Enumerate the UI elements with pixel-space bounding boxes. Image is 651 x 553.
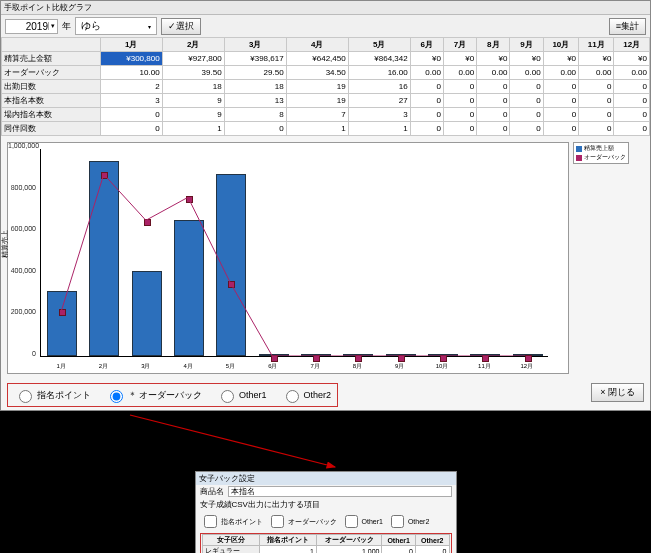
chart-legend: 精算売上額 オーダーバック	[573, 142, 629, 164]
back-settings-dialog: 女子バック設定 商品名 女子成績CSV出力に出力する項目 指名ポイントオーダーバ…	[195, 471, 457, 553]
year-spinner[interactable]: ▾	[5, 19, 58, 34]
csv-check-3[interactable]: Other2	[387, 512, 429, 531]
csv-check-2[interactable]: Other1	[341, 512, 383, 531]
year-dropdown-icon[interactable]: ▾	[48, 22, 57, 30]
window-title: 手取ポイント比較グラフ	[1, 1, 650, 15]
year-suffix: 年	[62, 20, 71, 33]
csv-check-0[interactable]: 指名ポイント	[200, 512, 263, 531]
data-grid[interactable]: 1月2月3月4月5月6月7月8月9月10月11月12月精算売上金額¥300,80…	[1, 37, 650, 136]
product-input[interactable]	[228, 486, 452, 497]
rate-table[interactable]: 女子区分指名ポイントオーダーバックOther1Other2レギュラー11,000…	[202, 534, 450, 553]
y-axis-label: 精算売上	[0, 230, 10, 258]
csv-output-label: 女子成績CSV出力に出力する項目	[196, 498, 456, 511]
radio-other2[interactable]: Other2	[281, 387, 332, 403]
year-input[interactable]	[6, 20, 48, 33]
radio-shimei[interactable]: 指名ポイント	[14, 387, 91, 403]
dialog-title: 女子バック設定	[196, 472, 456, 485]
close-button[interactable]: × 閉じる	[591, 383, 644, 402]
chart: 精算売上 0200,000400,000600,000800,0001,000,…	[7, 142, 569, 374]
radio-orderback[interactable]: ＊オーダーバック	[105, 387, 202, 403]
product-label: 商品名	[200, 486, 224, 497]
staff-select[interactable]: ゆら ▾	[75, 17, 157, 35]
series-radio-group: 指名ポイント ＊オーダーバック Other1 Other2	[7, 383, 338, 407]
aggregate-button[interactable]: ≡集計	[609, 18, 646, 35]
select-button[interactable]: ✓選択	[161, 18, 201, 35]
csv-check-1[interactable]: オーダーバック	[267, 512, 337, 531]
svg-line-0	[130, 415, 335, 467]
staff-name: ゆら	[81, 19, 101, 33]
chevron-down-icon: ▾	[148, 23, 151, 30]
radio-other1[interactable]: Other1	[216, 387, 267, 403]
